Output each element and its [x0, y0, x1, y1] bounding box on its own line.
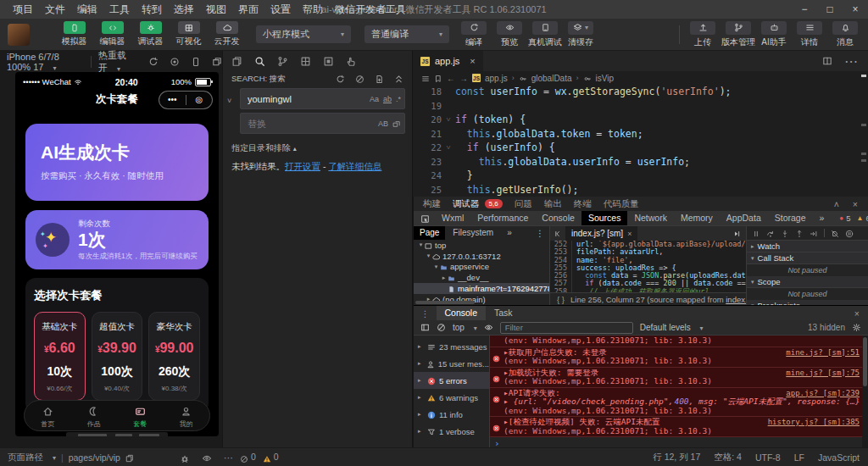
console-filter-list[interactable]: ▸23 messages: [414, 338, 489, 355]
pause-on-exceptions-icon[interactable]: [845, 226, 854, 241]
open-settings-link[interactable]: 打开设置: [285, 161, 320, 171]
devtools-tab-sources[interactable]: Sources: [581, 211, 628, 225]
phone-tab-works[interactable]: 作品: [71, 401, 118, 430]
menu-item[interactable]: 文件: [39, 0, 71, 19]
menu-item[interactable]: 选择: [168, 0, 200, 19]
hand-icon[interactable]: [346, 55, 357, 67]
debug-section-call-stack[interactable]: ▾Call Stack: [747, 252, 868, 264]
toggle-grid[interactable]: 可视化: [170, 21, 208, 47]
menu-item[interactable]: 设置: [264, 0, 297, 19]
deactivate-breakpoints-icon[interactable]: [831, 226, 839, 241]
menu-item[interactable]: 项目: [7, 0, 39, 19]
replace-input[interactable]: [246, 118, 374, 130]
panel-tab[interactable]: 问题: [515, 198, 532, 210]
source-link[interactable]: history.js? [sm]:385: [768, 418, 860, 427]
copy-icon[interactable]: [125, 452, 134, 463]
code-line[interactable]: 21 this.globalData.token = token;: [413, 127, 868, 141]
refresh-icon[interactable]: [336, 74, 345, 84]
code-line[interactable]: 22˅ if (userInfo) {: [413, 141, 868, 155]
explorer-icon[interactable]: [231, 55, 242, 67]
encoding[interactable]: UTF-8: [755, 452, 781, 463]
tab-appjs[interactable]: JS app.js ×: [413, 51, 483, 71]
forward-icon[interactable]: →: [459, 74, 468, 83]
close-tab-icon[interactable]: ×: [470, 56, 475, 66]
console-filter-error[interactable]: ▸5 errors: [414, 372, 489, 389]
tree-item[interactable]: ▾top: [414, 240, 549, 251]
action-branch-button[interactable]: 版本管理: [721, 21, 756, 48]
close-button[interactable]: ×: [843, 0, 868, 19]
kebab-icon[interactable]: ⋮: [536, 229, 549, 238]
page-path-value[interactable]: pages/vip/vip: [69, 452, 120, 463]
indentation[interactable]: 空格: 4: [714, 452, 742, 463]
console-error-row[interactable]: ▸获取用户信息失败: 未登录mine.js? [sm]:51(env: Wind…: [490, 347, 868, 368]
back-icon[interactable]: ←: [447, 74, 455, 83]
levels-dropdown[interactable]: Default levels ▾: [640, 323, 704, 332]
source-link[interactable]: mine.js? [sm]:75: [786, 369, 860, 378]
devtools-tab-console[interactable]: Console: [535, 211, 581, 225]
toggle-debug[interactable]: 调试器: [131, 21, 170, 47]
eol[interactable]: LF: [794, 452, 804, 463]
toggle-cloud[interactable]: 云开发: [208, 21, 246, 47]
console-error-row[interactable]: (env: Windows,mp,1.06.2310071; lib: 3.10…: [490, 336, 868, 347]
replace-all-icon[interactable]: [392, 119, 401, 128]
debug-section-watch[interactable]: ▸Watch: [747, 241, 868, 252]
avatar[interactable]: [8, 24, 30, 46]
gear-icon[interactable]: [852, 323, 861, 333]
preview-icon[interactable]: [202, 452, 212, 463]
problem-counts[interactable]: 0 0: [240, 448, 279, 466]
console-filter-user[interactable]: ▸15 user mes...: [414, 355, 489, 372]
package-card[interactable]: 基础次卡¥6.6010次¥0.66/次: [34, 312, 86, 401]
bookmark-icon[interactable]: [434, 73, 442, 82]
source-control-icon[interactable]: [277, 55, 288, 67]
action-device-button[interactable]: 真机调试: [527, 21, 563, 48]
menu-item[interactable]: 编辑: [71, 0, 103, 19]
search-icon[interactable]: [254, 55, 265, 67]
console-drawer-tab-console[interactable]: Console: [437, 306, 487, 320]
panel-tab[interactable]: 终端: [574, 198, 592, 210]
devtools-tab-storage[interactable]: Storage: [768, 211, 813, 225]
context-selector[interactable]: top ▾: [453, 323, 477, 332]
exit-button[interactable]: ◎: [186, 92, 213, 108]
debug-section-scope[interactable]: ▾Scope: [747, 276, 868, 288]
code-line[interactable]: 24 }: [413, 169, 868, 183]
breadcrumb-file[interactable]: app.js: [485, 74, 508, 83]
scope-toggle[interactable]: 指定目录和排除 ▴: [223, 137, 412, 154]
outline-icon[interactable]: [421, 73, 430, 82]
code-line[interactable]: 18const userInfo = wx.getStorageSync('us…: [413, 85, 868, 99]
compile-mode-dropdown[interactable]: 普通编译▾: [364, 25, 449, 43]
inspect-icon[interactable]: [420, 213, 430, 224]
console-filter-info[interactable]: ▸11 info: [414, 406, 489, 423]
page-path-dropdown[interactable]: 页面路径 ▾: [8, 452, 56, 463]
horizontal-scrollbar[interactable]: [415, 301, 475, 304]
devtools-tab-memory[interactable]: Memory: [674, 211, 720, 225]
search-input[interactable]: [246, 93, 365, 105]
expand-replace-toggle[interactable]: ˅: [227, 97, 231, 105]
devtools-tab-wxml[interactable]: Wxml: [435, 211, 470, 225]
step-over-icon[interactable]: [766, 226, 775, 241]
tab-indexjs[interactable]: index.js? [sm]×: [565, 226, 637, 241]
kebab-icon[interactable]: ⋮: [414, 308, 437, 319]
device-view-icon[interactable]: [191, 56, 201, 67]
code-line[interactable]: 23 this.globalData.userInfo = userInfo;: [413, 155, 868, 169]
tab-overflow[interactable]: »: [813, 211, 832, 225]
package-card[interactable]: 豪华次卡¥99.00260次¥0.38/次: [148, 312, 200, 401]
clear-console-icon[interactable]: [437, 323, 446, 333]
code-line[interactable]: 19: [413, 99, 868, 114]
code-line[interactable]: 20˅if (token) {: [413, 113, 868, 127]
menu-item[interactable]: 视图: [200, 0, 232, 19]
filter-input[interactable]: Filter: [500, 322, 633, 334]
cursor-position[interactable]: 行 12, 列 17: [653, 452, 700, 463]
vertical-scrollbar[interactable]: [862, 336, 868, 447]
phone-tab-me[interactable]: 我的: [164, 401, 210, 430]
extensions-icon[interactable]: [300, 55, 311, 67]
action-bell-button[interactable]: 消息: [827, 21, 863, 48]
menu-item[interactable]: 转到: [136, 0, 168, 19]
console-error-row[interactable]: ▸[检查待处理视频] 失败: 云端API未配置history.js? [sm]:…: [490, 417, 868, 437]
breadcrumb-symbol[interactable]: globalData: [531, 74, 572, 83]
restart-icon[interactable]: [148, 56, 159, 67]
breadcrumb-symbol[interactable]: isVip: [596, 74, 615, 83]
panel-tab[interactable]: 代码质量: [604, 198, 639, 210]
console-filter-warn[interactable]: ▸6 warnings: [414, 389, 489, 406]
mapped-source-link[interactable]: index.js: [726, 295, 746, 304]
component-icon[interactable]: [323, 55, 334, 67]
